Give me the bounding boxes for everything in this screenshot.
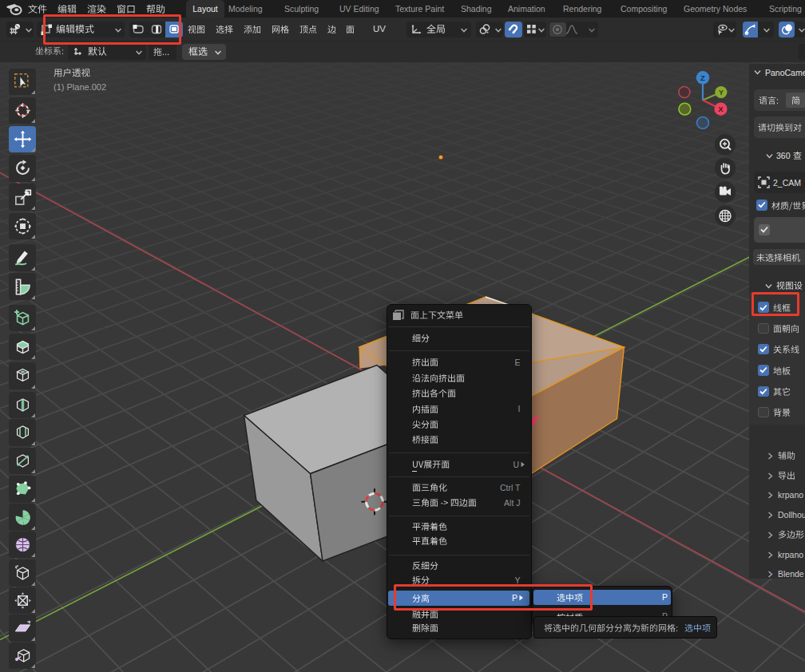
svg-text:X: X bbox=[718, 105, 724, 113]
svg-text:Y: Y bbox=[719, 89, 724, 97]
svg-text:Z: Z bbox=[700, 73, 705, 82]
